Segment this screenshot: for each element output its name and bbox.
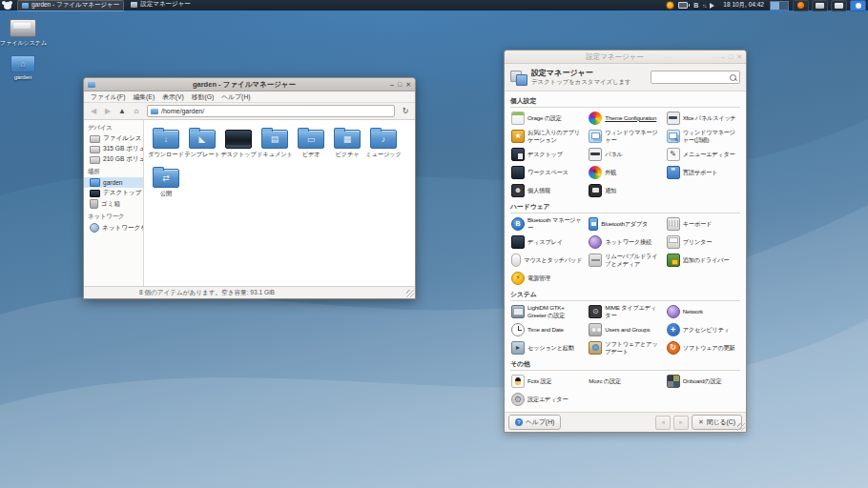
settings-item[interactable]: Network [666, 302, 740, 320]
up-icon[interactable]: ▲ [115, 105, 129, 117]
sidebar-item[interactable]: ファイルシステム [84, 133, 143, 144]
menu-item[interactable]: 移動(G) [188, 92, 217, 103]
taskbar-button[interactable]: garden - ファイルマネージャー [17, 0, 124, 11]
indicator-notification-icon[interactable] [793, 0, 809, 11]
desktop-icon-home[interactable]: garden [0, 55, 46, 80]
settings-item[interactable]: Fcitx 設定 [510, 372, 585, 390]
bluetooth-icon[interactable] [693, 1, 698, 10]
file-item[interactable]: ⇄公開 [148, 166, 184, 198]
sidebar-item[interactable]: デスクトップ [84, 188, 143, 198]
settings-item[interactable]: マウスとタッチパッド [510, 251, 585, 269]
close-icon[interactable]: ✕ [405, 81, 411, 88]
workspace-1[interactable] [771, 2, 779, 10]
settings-item[interactable]: Theme Configuration [588, 109, 662, 127]
file-item[interactable]: ▤ドキュメント [257, 127, 293, 159]
resize-grip[interactable] [406, 290, 414, 297]
help-button[interactable]: ? ヘルプ(H) [508, 415, 561, 430]
sidebar-item[interactable]: 210 GB ボリューム [84, 154, 143, 165]
settings-item[interactable]: ネットワーク接続 [588, 233, 662, 251]
settings-item[interactable]: ディスプレイ [510, 233, 585, 251]
workspace-2[interactable] [779, 2, 788, 10]
sidebar-item[interactable]: ネットワークを参照 [84, 222, 143, 234]
settings-item[interactable]: キーボード [666, 214, 740, 233]
path-bar[interactable]: /home/garden/ [147, 105, 395, 117]
settings-item[interactable]: 通知 [588, 181, 662, 199]
network-icon [90, 223, 99, 233]
battery-icon[interactable] [678, 1, 690, 10]
settings-item[interactable]: 言語サポート [666, 163, 740, 181]
file-item[interactable]: ↓ダウンロード [148, 127, 184, 159]
minimize-icon[interactable]: – [721, 53, 725, 60]
settings-item[interactable]: ソフトウェアとアップデート [588, 338, 662, 356]
sidebar-item[interactable]: 315 GB ボリューム [84, 144, 143, 154]
taskbar-button[interactable]: 設定マネージャー [127, 0, 195, 10]
close-button[interactable]: ✕ 閉じる(C) [692, 415, 742, 430]
folder-documents-icon: ▤ [261, 130, 288, 149]
nav-prev-button[interactable]: ◂ [655, 416, 671, 430]
file-item[interactable]: ♪ミュージック [365, 127, 402, 159]
network-icon[interactable] [702, 1, 706, 10]
settings-item[interactable]: ソフトウェアの更新 [666, 338, 740, 356]
maximize-icon[interactable]: □ [398, 81, 402, 88]
nav-next-button[interactable]: ▸ [673, 416, 689, 430]
settings-item[interactable]: Orage の設定 [510, 109, 585, 127]
volume-icon[interactable] [710, 1, 717, 10]
settings-item[interactable]: アクセシビリティ [666, 320, 740, 338]
file-item[interactable]: デスクトップ [220, 127, 257, 159]
search-input[interactable] [651, 71, 740, 84]
menu-item[interactable]: 編集(E) [130, 92, 159, 103]
sidebar-item[interactable]: garden [84, 177, 143, 188]
file-item[interactable]: ◣テンプレート [184, 127, 220, 159]
settings-item[interactable]: ウィンドウマネージャー [588, 127, 662, 145]
reload-icon[interactable]: ↻ [399, 105, 412, 117]
resize-grip[interactable] [737, 423, 745, 431]
close-icon[interactable]: ✕ [736, 53, 742, 60]
settings-item[interactable]: 電源管理 [510, 269, 585, 287]
settings-item[interactable]: 外観 [588, 163, 662, 181]
fm-titlebar[interactable]: garden - ファイルマネージャー – □ ✕ [84, 78, 415, 92]
menu-item[interactable]: ファイル(F) [87, 92, 130, 103]
indicator-display-icon[interactable] [831, 0, 847, 11]
forward-icon[interactable]: ▶ [101, 105, 114, 117]
settings-titlebar[interactable]: 設定マネージャー – □ ✕ [505, 51, 746, 64]
settings-item[interactable]: デスクトップ [510, 145, 585, 163]
home-icon[interactable]: ⌂ [130, 105, 143, 117]
indicator-fcitx-icon[interactable] [850, 0, 866, 11]
settings-item[interactable]: Time and Date [510, 320, 585, 338]
file-item[interactable]: ▭ビデオ [293, 127, 329, 159]
settings-item[interactable]: 個人情報 [510, 181, 585, 199]
settings-item[interactable]: MIME タイプエディター [588, 302, 662, 320]
sidebar-item[interactable]: ゴミ箱 [84, 198, 143, 210]
settings-item[interactable]: ウィンドウマネージャー(詳細) [666, 127, 740, 145]
settings-item[interactable]: LightDM GTK+ Greeter の設定 [510, 302, 585, 320]
indicator-keyboard-icon[interactable] [812, 0, 828, 11]
maximize-icon[interactable]: □ [729, 53, 733, 60]
settings-item[interactable]: Users and Groups [588, 320, 662, 338]
menu-item[interactable]: ヘルプ(H) [217, 92, 254, 103]
menu-item[interactable]: 表示(V) [158, 92, 188, 103]
settings-item[interactable]: ワークスペース [510, 163, 585, 181]
settings-item[interactable]: メニューエディター [666, 145, 740, 163]
settings-item[interactable]: Xfce パネルスイッチ [666, 109, 740, 127]
indicator-area [793, 0, 866, 11]
settings-item[interactable]: 追加のドライバー [666, 251, 740, 269]
settings-item[interactable]: お気に入りのアプリケーション [510, 127, 585, 145]
workspace-pager[interactable] [770, 1, 789, 10]
settings-item[interactable]: Mozc の設定 [588, 372, 662, 390]
file-item[interactable]: ▦ピクチャ [329, 127, 365, 159]
clock[interactable]: 18 10月, 04:42 [721, 1, 766, 10]
settings-item[interactable]: リムーバブルドライブとメディア [588, 251, 662, 269]
settings-item[interactable]: パネル [588, 145, 662, 163]
desktop-icon-filesystem[interactable]: ファイルシステム [0, 19, 46, 48]
minimize-icon[interactable]: – [390, 81, 394, 88]
settings-item[interactable]: Onboardの設定 [666, 372, 740, 390]
fm-file-view[interactable]: ↓ダウンロード◣テンプレートデスクトップ▤ドキュメント▭ビデオ▦ピクチャ♪ミュー… [144, 120, 415, 286]
xubuntu-logo-icon[interactable] [2, 1, 14, 10]
settings-item[interactable]: セッションと起動 [510, 338, 585, 356]
settings-item[interactable]: プリンター [666, 233, 740, 251]
settings-item[interactable]: Bluetoothアダプタ [588, 214, 662, 233]
back-icon[interactable]: ◀ [87, 105, 100, 117]
power-manager-icon[interactable] [666, 1, 674, 10]
settings-item[interactable]: Bluetooth マネージャー [510, 214, 585, 233]
settings-item[interactable]: 設定エディター [510, 390, 585, 408]
